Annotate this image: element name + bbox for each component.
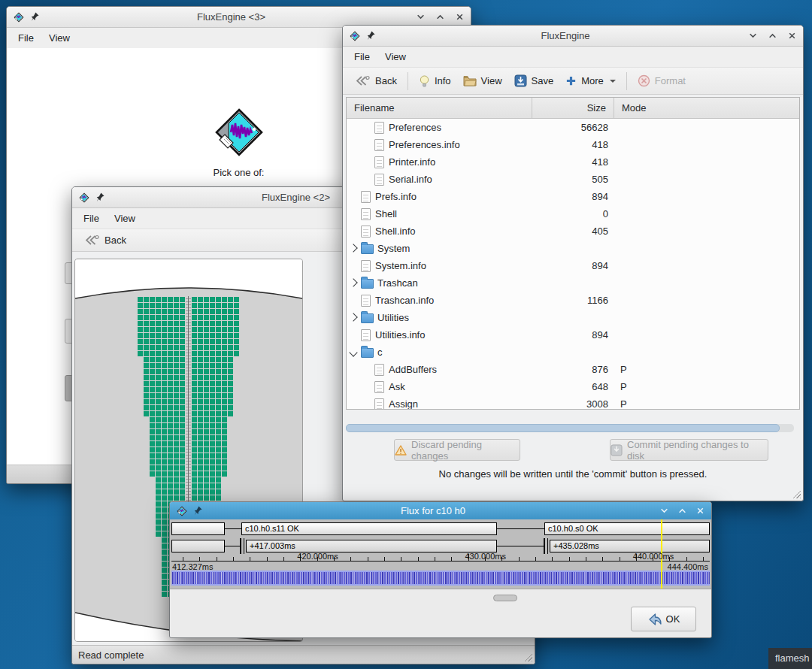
flux-plot[interactable]: c10.h0.s11 OK c10.h0.s0 OK +417.003ms +4… xyxy=(170,519,711,589)
discard-label: Discard pending changes xyxy=(411,439,520,462)
toolbar-separator xyxy=(408,72,408,90)
filename-text: Assign xyxy=(389,398,418,409)
size-cell: 56628 xyxy=(532,119,614,136)
table-row[interactable]: Shell.info405 xyxy=(347,222,799,240)
menu-file[interactable]: File xyxy=(11,29,41,47)
connector-line xyxy=(225,546,240,546)
resize-grip[interactable] xyxy=(523,652,532,661)
ok-arrow-icon xyxy=(647,612,663,626)
table-row[interactable]: Preferences.info418 xyxy=(347,136,799,153)
discard-changes-button[interactable]: Discard pending changes xyxy=(394,439,520,461)
table-row[interactable]: Prefs.info894 xyxy=(347,188,799,205)
table-row[interactable]: System.info894 xyxy=(347,257,799,274)
resize-grip[interactable] xyxy=(791,489,801,498)
mode-cell xyxy=(614,136,799,153)
table-row[interactable]: Serial.info505 xyxy=(347,171,799,188)
more-button[interactable]: More xyxy=(559,71,622,91)
format-button[interactable]: Format xyxy=(632,70,692,92)
menu-view[interactable]: View xyxy=(107,210,143,227)
maximize-icon[interactable] xyxy=(677,507,686,516)
column-header-filename[interactable]: Filename xyxy=(347,98,532,118)
maximize-icon[interactable] xyxy=(435,13,444,22)
minimize-icon[interactable] xyxy=(416,13,425,22)
table-row[interactable]: Preferences56628 xyxy=(347,119,799,136)
menu-file[interactable]: File xyxy=(76,210,107,227)
table-row[interactable]: Shell0 xyxy=(347,205,799,222)
info-label: Info xyxy=(435,75,451,86)
filename-text: Shell.info xyxy=(375,226,415,237)
axis-tick xyxy=(552,557,553,561)
toolbar-separator xyxy=(626,72,627,90)
pin-icon[interactable] xyxy=(96,192,105,202)
table-row[interactable]: Printer.info418 xyxy=(347,153,799,171)
titlebar[interactable]: Flux for c10 h0 xyxy=(170,502,711,520)
info-button[interactable]: Info xyxy=(413,70,457,92)
timing-box: +417.003ms xyxy=(246,540,497,552)
column-header-size[interactable]: Size xyxy=(532,98,614,118)
time-axis xyxy=(171,561,710,562)
ok-button[interactable]: OK xyxy=(631,607,696,631)
size-cell: 894 xyxy=(532,326,614,344)
maximize-icon[interactable] xyxy=(768,32,777,41)
filename-text: Trashcan xyxy=(377,277,418,289)
column-header-mode[interactable]: Mode xyxy=(614,98,799,118)
axis-tick xyxy=(368,557,368,561)
flux-dialog-area: OK xyxy=(170,589,711,637)
fluxengine-icon xyxy=(14,12,24,23)
window-title: FluxEngine xyxy=(388,30,743,41)
mode-cell: P xyxy=(614,361,799,378)
filename-text: AddBuffers xyxy=(389,364,437,375)
table-row[interactable]: c xyxy=(347,344,799,361)
table-row[interactable]: Utilities.info894 xyxy=(347,326,799,344)
back-button[interactable]: Back xyxy=(349,70,403,92)
axis-tick xyxy=(620,557,620,561)
filename-text: Preferences.info xyxy=(389,139,460,150)
table-row[interactable]: Ask648P xyxy=(347,378,799,395)
plus-icon xyxy=(565,75,577,86)
close-icon[interactable] xyxy=(455,13,464,22)
view-button[interactable]: View xyxy=(457,71,508,91)
minimize-icon[interactable] xyxy=(748,32,757,41)
menu-view[interactable]: View xyxy=(41,29,77,47)
titlebar[interactable]: FluxEngine xyxy=(343,26,803,47)
axis-tick xyxy=(686,557,687,561)
mode-cell xyxy=(614,309,799,326)
table-row[interactable]: Trashcan xyxy=(347,274,799,292)
minimize-icon[interactable] xyxy=(659,507,668,516)
window-fluxengine-files: FluxEngine File View Back Info View Save xyxy=(342,25,804,501)
axis-tick xyxy=(401,557,401,561)
commit-changes-button[interactable]: Commit pending changes to disk xyxy=(610,439,768,461)
pin-icon[interactable] xyxy=(31,12,39,22)
save-button[interactable]: Save xyxy=(508,70,560,92)
menu-view[interactable]: View xyxy=(377,48,414,65)
file-table-body: Preferences56628Preferences.info418Print… xyxy=(347,119,799,409)
scrollbar-thumb[interactable] xyxy=(346,424,780,432)
menu-file[interactable]: File xyxy=(347,48,377,65)
format-forbidden-icon xyxy=(638,74,650,87)
sector-blocks-right xyxy=(192,416,228,477)
table-row[interactable]: System xyxy=(347,240,799,257)
splitter-handle[interactable] xyxy=(493,595,517,601)
file-icon xyxy=(361,260,371,272)
size-cell: 1166 xyxy=(532,292,614,309)
table-row[interactable]: AddBuffers876P xyxy=(347,361,799,378)
close-icon[interactable] xyxy=(695,507,704,516)
axis-tick xyxy=(267,557,268,561)
back-button[interactable]: Back xyxy=(78,229,132,251)
table-header: Filename Size Mode xyxy=(347,98,799,119)
sector-blocks-left xyxy=(138,296,186,356)
commit-save-icon xyxy=(611,444,623,456)
table-row[interactable]: Trashcan.info1166 xyxy=(347,292,799,309)
axis-tick xyxy=(217,557,217,561)
filename-text: Printer.info xyxy=(389,156,435,168)
close-icon[interactable] xyxy=(787,32,796,41)
pin-icon[interactable] xyxy=(194,506,202,516)
file-icon xyxy=(374,122,384,134)
lightbulb-icon xyxy=(419,74,430,88)
menubar: File View xyxy=(343,47,803,68)
table-row[interactable]: Assign3008P xyxy=(347,395,799,409)
axis-tick xyxy=(586,557,586,561)
pin-icon[interactable] xyxy=(367,31,375,41)
table-row[interactable]: Utilities xyxy=(347,309,799,326)
horizontal-scrollbar[interactable] xyxy=(346,424,794,432)
